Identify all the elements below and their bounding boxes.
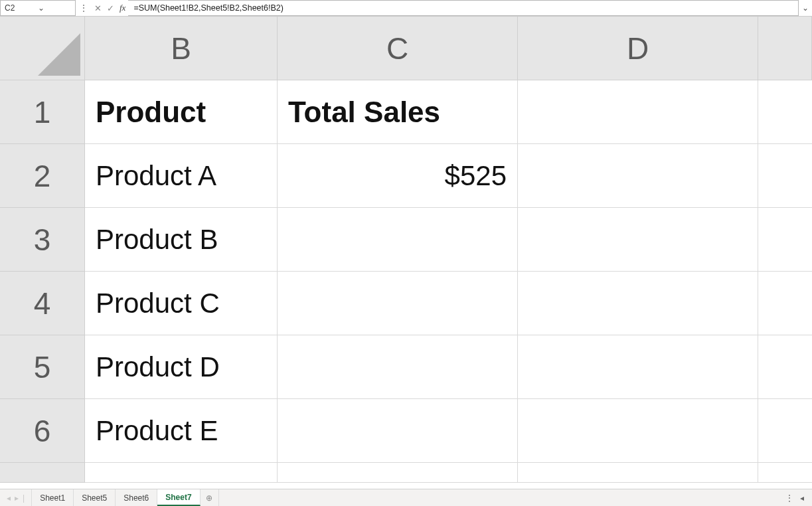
cell-C3[interactable] xyxy=(278,208,518,272)
cell-B1[interactable]: Product xyxy=(85,80,278,144)
row-7-sliver xyxy=(0,463,812,483)
cell-D7[interactable] xyxy=(518,463,758,483)
cell-D3[interactable] xyxy=(518,208,758,272)
add-sheet-icon[interactable]: ⊕ xyxy=(201,489,219,506)
cell-C5[interactable] xyxy=(278,335,518,399)
formula-bar: C2 ⌄ ⋮ ✕ ✓ fx =SUM(Sheet1!B2,Sheet5!B2,S… xyxy=(0,0,812,17)
tab-right-menu-icon[interactable]: ⋮ xyxy=(785,493,793,503)
cell-B6[interactable]: Product E xyxy=(85,399,278,463)
cell-rest-7[interactable] xyxy=(758,463,812,483)
column-header-rest xyxy=(758,17,812,80)
cell-rest-6[interactable] xyxy=(758,399,812,463)
formula-bar-separator: ⋮ xyxy=(76,0,92,16)
row-header-5[interactable]: 5 xyxy=(0,335,85,399)
row-2: 2 Product A $525 xyxy=(0,144,812,208)
cell-B3[interactable]: Product B xyxy=(85,208,278,272)
cell-C1[interactable]: Total Sales xyxy=(278,80,518,144)
cell-D2[interactable] xyxy=(518,144,758,208)
formula-bar-expand-icon[interactable]: ⌄ xyxy=(799,3,812,13)
select-all-corner[interactable] xyxy=(0,17,85,80)
sheet-tab-1[interactable]: Sheet5 xyxy=(74,489,116,506)
cell-B2[interactable]: Product A xyxy=(85,144,278,208)
row-header-4[interactable]: 4 xyxy=(0,272,85,335)
row-4: 4 Product C xyxy=(0,272,812,335)
cell-D6[interactable] xyxy=(518,399,758,463)
column-header-C[interactable]: C xyxy=(278,17,518,80)
formula-bar-actions: ✕ ✓ fx xyxy=(92,0,128,16)
fx-icon[interactable]: fx xyxy=(117,3,128,13)
row-6: 6 Product E xyxy=(0,399,812,463)
tab-next-icon[interactable]: ▸ xyxy=(15,493,19,503)
row-header-3[interactable]: 3 xyxy=(0,208,85,272)
row-header-6[interactable]: 6 xyxy=(0,399,85,463)
sheet-tab-bar: ◂ ▸ | Sheet1 Sheet5 Sheet6 Sheet7 ⊕ ⋮ ◂ xyxy=(0,489,812,506)
cell-C6[interactable] xyxy=(278,399,518,463)
row-header-7[interactable] xyxy=(0,463,85,483)
cell-B7[interactable] xyxy=(85,463,278,483)
tab-spacer xyxy=(219,489,777,506)
column-header-D[interactable]: D xyxy=(518,17,758,80)
row-1: 1 Product Total Sales xyxy=(0,80,812,144)
tab-nav-separator: | xyxy=(23,493,25,503)
cell-B5[interactable]: Product D xyxy=(85,335,278,399)
row-header-1[interactable]: 1 xyxy=(0,80,85,144)
row-5: 5 Product D xyxy=(0,335,812,399)
cell-D4[interactable] xyxy=(518,272,758,335)
name-box[interactable]: C2 ⌄ xyxy=(0,0,76,16)
cancel-formula-icon[interactable]: ✕ xyxy=(92,3,104,13)
cell-rest-2[interactable] xyxy=(758,144,812,208)
tab-right-back-icon[interactable]: ◂ xyxy=(800,493,804,503)
cell-rest-3[interactable] xyxy=(758,208,812,272)
cell-D1[interactable] xyxy=(518,80,758,144)
cell-B4[interactable]: Product C xyxy=(85,272,278,335)
sheet-tab-0[interactable]: Sheet1 xyxy=(31,489,74,506)
cell-rest-4[interactable] xyxy=(758,272,812,335)
name-box-value: C2 xyxy=(5,3,38,13)
sheet-tab-3[interactable]: Sheet7 xyxy=(157,489,200,506)
column-header-B[interactable]: B xyxy=(85,17,278,80)
cell-C7[interactable] xyxy=(278,463,518,483)
spreadsheet-grid: 1 Product Total Sales 2 Product A $525 3… xyxy=(0,80,812,483)
enter-formula-icon[interactable]: ✓ xyxy=(104,3,117,13)
row-header-2[interactable]: 2 xyxy=(0,144,85,208)
row-3: 3 Product B xyxy=(0,208,812,272)
cell-rest-1[interactable] xyxy=(758,80,812,144)
formula-input[interactable]: =SUM(Sheet1!B2,Sheet5!B2,Sheet6!B2) xyxy=(128,0,799,16)
cell-C2[interactable]: $525 xyxy=(278,144,518,208)
name-box-dropdown-icon[interactable]: ⌄ xyxy=(38,3,71,13)
column-header-row: B C D xyxy=(0,17,812,80)
cell-rest-5[interactable] xyxy=(758,335,812,399)
sheet-tab-2[interactable]: Sheet6 xyxy=(116,489,157,506)
formula-input-value: =SUM(Sheet1!B2,Sheet5!B2,Sheet6!B2) xyxy=(133,3,284,13)
tab-prev-all-icon[interactable]: ◂ xyxy=(7,493,11,503)
sheet-tab-nav: ◂ ▸ | xyxy=(0,489,31,506)
cell-C4[interactable] xyxy=(278,272,518,335)
cell-D5[interactable] xyxy=(518,335,758,399)
tab-right-controls: ⋮ ◂ xyxy=(777,489,812,506)
